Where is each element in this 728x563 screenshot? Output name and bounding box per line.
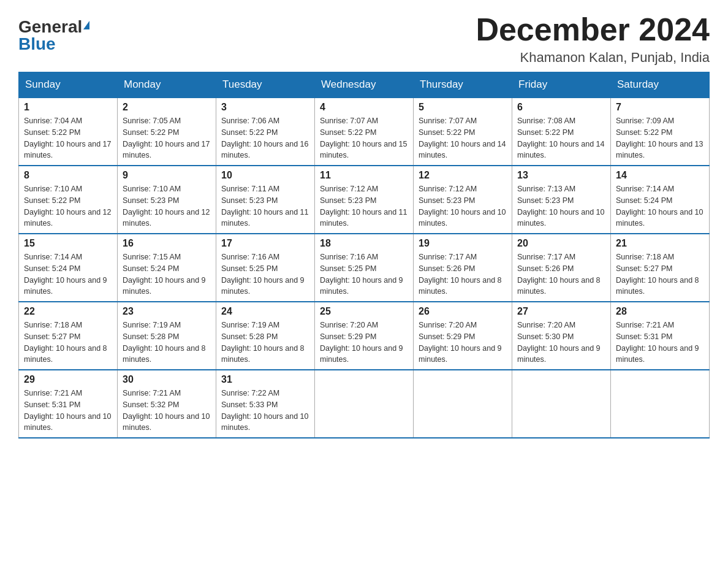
day-number: 17 xyxy=(221,238,309,249)
calendar-week-row: 15Sunrise: 7:14 AMSunset: 5:24 PMDayligh… xyxy=(19,234,710,302)
calendar-cell: 28Sunrise: 7:21 AMSunset: 5:31 PMDayligh… xyxy=(611,302,710,370)
calendar-cell: 1Sunrise: 7:04 AMSunset: 5:22 PMDaylight… xyxy=(19,98,118,166)
day-info: Sunrise: 7:10 AMSunset: 5:22 PMDaylight:… xyxy=(24,183,112,229)
day-info: Sunrise: 7:10 AMSunset: 5:23 PMDaylight:… xyxy=(123,183,211,229)
calendar-cell: 18Sunrise: 7:16 AMSunset: 5:25 PMDayligh… xyxy=(315,234,414,302)
day-number: 15 xyxy=(24,238,112,249)
page-header: General Blue December 2024 Khamanon Kala… xyxy=(18,12,710,66)
day-info: Sunrise: 7:20 AMSunset: 5:29 PMDaylight:… xyxy=(419,320,507,366)
calendar-cell: 15Sunrise: 7:14 AMSunset: 5:24 PMDayligh… xyxy=(19,234,118,302)
calendar-cell xyxy=(315,370,414,438)
calendar-cell: 30Sunrise: 7:21 AMSunset: 5:32 PMDayligh… xyxy=(118,370,216,438)
calendar-header-saturday: Saturday xyxy=(611,72,710,98)
logo-blue: Blue xyxy=(18,36,56,53)
day-info: Sunrise: 7:17 AMSunset: 5:26 PMDaylight:… xyxy=(517,251,605,297)
day-number: 24 xyxy=(221,306,309,317)
day-info: Sunrise: 7:17 AMSunset: 5:26 PMDaylight:… xyxy=(419,251,507,297)
day-number: 27 xyxy=(517,306,605,317)
day-info: Sunrise: 7:16 AMSunset: 5:25 PMDaylight:… xyxy=(320,251,408,297)
day-number: 21 xyxy=(616,238,704,249)
logo-triangle-icon xyxy=(83,21,89,29)
day-info: Sunrise: 7:21 AMSunset: 5:31 PMDaylight:… xyxy=(616,320,704,366)
day-number: 12 xyxy=(419,170,507,181)
day-info: Sunrise: 7:14 AMSunset: 5:24 PMDaylight:… xyxy=(24,251,112,297)
calendar-cell: 20Sunrise: 7:17 AMSunset: 5:26 PMDayligh… xyxy=(512,234,611,302)
calendar-header-friday: Friday xyxy=(512,72,611,98)
calendar-cell: 24Sunrise: 7:19 AMSunset: 5:28 PMDayligh… xyxy=(216,302,315,370)
day-number: 22 xyxy=(24,306,112,317)
day-info: Sunrise: 7:08 AMSunset: 5:22 PMDaylight:… xyxy=(517,115,605,161)
day-info: Sunrise: 7:06 AMSunset: 5:22 PMDaylight:… xyxy=(221,115,309,161)
day-number: 2 xyxy=(123,102,211,113)
logo-general: General xyxy=(18,18,82,36)
day-number: 3 xyxy=(221,102,309,113)
day-info: Sunrise: 7:20 AMSunset: 5:29 PMDaylight:… xyxy=(320,320,408,366)
day-info: Sunrise: 7:13 AMSunset: 5:23 PMDaylight:… xyxy=(517,183,605,229)
day-number: 30 xyxy=(123,374,211,385)
calendar-cell: 7Sunrise: 7:09 AMSunset: 5:22 PMDaylight… xyxy=(611,98,710,166)
calendar-header-wednesday: Wednesday xyxy=(315,72,414,98)
calendar-week-row: 22Sunrise: 7:18 AMSunset: 5:27 PMDayligh… xyxy=(19,302,710,370)
day-number: 6 xyxy=(517,102,605,113)
calendar-week-row: 29Sunrise: 7:21 AMSunset: 5:31 PMDayligh… xyxy=(19,370,710,438)
calendar-cell: 3Sunrise: 7:06 AMSunset: 5:22 PMDaylight… xyxy=(216,98,315,166)
day-info: Sunrise: 7:15 AMSunset: 5:24 PMDaylight:… xyxy=(123,251,211,297)
day-info: Sunrise: 7:12 AMSunset: 5:23 PMDaylight:… xyxy=(320,183,408,229)
calendar-cell: 14Sunrise: 7:14 AMSunset: 5:24 PMDayligh… xyxy=(611,166,710,234)
day-number: 7 xyxy=(616,102,704,113)
calendar-cell: 19Sunrise: 7:17 AMSunset: 5:26 PMDayligh… xyxy=(414,234,512,302)
calendar-cell xyxy=(611,370,710,438)
calendar-cell: 16Sunrise: 7:15 AMSunset: 5:24 PMDayligh… xyxy=(118,234,216,302)
calendar-cell: 22Sunrise: 7:18 AMSunset: 5:27 PMDayligh… xyxy=(19,302,118,370)
title-area: December 2024 Khamanon Kalan, Punjab, In… xyxy=(476,12,710,66)
calendar-cell: 8Sunrise: 7:10 AMSunset: 5:22 PMDaylight… xyxy=(19,166,118,234)
day-number: 8 xyxy=(24,170,112,181)
day-number: 1 xyxy=(24,102,112,113)
calendar-cell: 25Sunrise: 7:20 AMSunset: 5:29 PMDayligh… xyxy=(315,302,414,370)
day-info: Sunrise: 7:16 AMSunset: 5:25 PMDaylight:… xyxy=(221,251,309,297)
calendar-cell: 17Sunrise: 7:16 AMSunset: 5:25 PMDayligh… xyxy=(216,234,315,302)
day-number: 5 xyxy=(419,102,507,113)
day-number: 16 xyxy=(123,238,211,249)
calendar-cell: 26Sunrise: 7:20 AMSunset: 5:29 PMDayligh… xyxy=(414,302,512,370)
day-info: Sunrise: 7:19 AMSunset: 5:28 PMDaylight:… xyxy=(123,320,211,366)
location: Khamanon Kalan, Punjab, India xyxy=(476,50,710,66)
month-title: December 2024 xyxy=(476,12,710,47)
calendar-cell xyxy=(512,370,611,438)
day-number: 31 xyxy=(221,374,309,385)
calendar-cell: 13Sunrise: 7:13 AMSunset: 5:23 PMDayligh… xyxy=(512,166,611,234)
calendar-cell: 4Sunrise: 7:07 AMSunset: 5:22 PMDaylight… xyxy=(315,98,414,166)
calendar-cell: 2Sunrise: 7:05 AMSunset: 5:22 PMDaylight… xyxy=(118,98,216,166)
day-number: 4 xyxy=(320,102,408,113)
calendar-week-row: 8Sunrise: 7:10 AMSunset: 5:22 PMDaylight… xyxy=(19,166,710,234)
logo: General Blue xyxy=(18,12,89,53)
calendar-cell xyxy=(414,370,512,438)
day-number: 23 xyxy=(123,306,211,317)
calendar-header-row: SundayMondayTuesdayWednesdayThursdayFrid… xyxy=(19,72,710,98)
day-info: Sunrise: 7:22 AMSunset: 5:33 PMDaylight:… xyxy=(221,388,309,434)
day-number: 19 xyxy=(419,238,507,249)
day-info: Sunrise: 7:05 AMSunset: 5:22 PMDaylight:… xyxy=(123,115,211,161)
calendar-cell: 5Sunrise: 7:07 AMSunset: 5:22 PMDaylight… xyxy=(414,98,512,166)
day-number: 14 xyxy=(616,170,704,181)
day-info: Sunrise: 7:21 AMSunset: 5:32 PMDaylight:… xyxy=(123,388,211,434)
day-info: Sunrise: 7:20 AMSunset: 5:30 PMDaylight:… xyxy=(517,320,605,366)
day-info: Sunrise: 7:21 AMSunset: 5:31 PMDaylight:… xyxy=(24,388,112,434)
day-info: Sunrise: 7:18 AMSunset: 5:27 PMDaylight:… xyxy=(24,320,112,366)
day-number: 28 xyxy=(616,306,704,317)
calendar-table: SundayMondayTuesdayWednesdayThursdayFrid… xyxy=(18,72,710,439)
calendar-cell: 11Sunrise: 7:12 AMSunset: 5:23 PMDayligh… xyxy=(315,166,414,234)
calendar-header-thursday: Thursday xyxy=(414,72,512,98)
day-info: Sunrise: 7:07 AMSunset: 5:22 PMDaylight:… xyxy=(419,115,507,161)
day-number: 18 xyxy=(320,238,408,249)
calendar-cell: 23Sunrise: 7:19 AMSunset: 5:28 PMDayligh… xyxy=(118,302,216,370)
day-info: Sunrise: 7:09 AMSunset: 5:22 PMDaylight:… xyxy=(616,115,704,161)
calendar-cell: 29Sunrise: 7:21 AMSunset: 5:31 PMDayligh… xyxy=(19,370,118,438)
day-info: Sunrise: 7:11 AMSunset: 5:23 PMDaylight:… xyxy=(221,183,309,229)
day-number: 26 xyxy=(419,306,507,317)
day-info: Sunrise: 7:14 AMSunset: 5:24 PMDaylight:… xyxy=(616,183,704,229)
day-number: 20 xyxy=(517,238,605,249)
day-number: 11 xyxy=(320,170,408,181)
day-number: 13 xyxy=(517,170,605,181)
calendar-cell: 21Sunrise: 7:18 AMSunset: 5:27 PMDayligh… xyxy=(611,234,710,302)
